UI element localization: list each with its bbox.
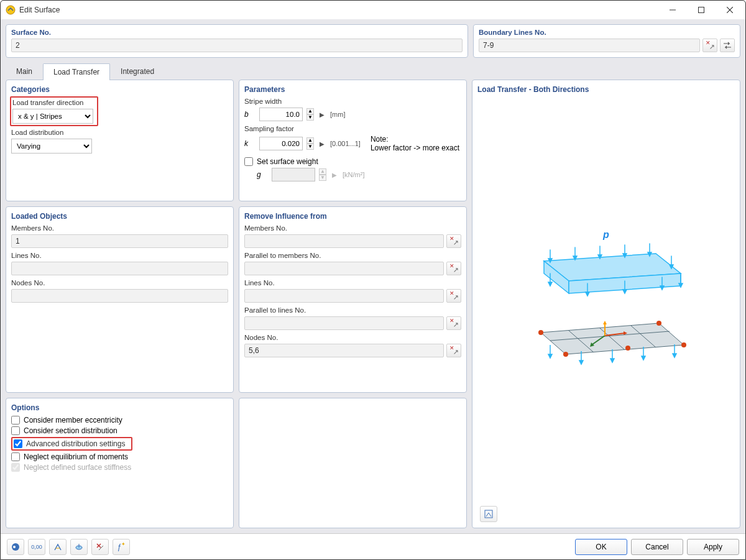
consider-section-distribution-checkbox[interactable] (11, 426, 20, 435)
load-transfer-diagram: p (519, 227, 693, 376)
svg-point-59 (13, 546, 16, 548)
svg-point-45 (563, 352, 568, 357)
stripe-width-play-icon[interactable]: ▶ (318, 108, 326, 121)
ri-nodes-pick-icon[interactable] (446, 344, 461, 357)
tool-icon-1[interactable] (49, 539, 67, 555)
ri-members-input[interactable] (244, 234, 444, 248)
ri-members-label: Members No. (244, 224, 461, 232)
svg-point-44 (681, 342, 686, 347)
preview-canvas[interactable]: p (477, 98, 735, 505)
svg-marker-50 (579, 360, 583, 364)
consider-section-distribution-label: Consider section distribution (24, 426, 117, 435)
svg-point-46 (625, 346, 630, 351)
ri-parallel-members-pick-icon[interactable] (446, 262, 461, 275)
ri-members-pick-icon[interactable] (446, 234, 461, 248)
set-surface-weight-checkbox[interactable] (244, 157, 253, 166)
loaded-nodes-input[interactable] (11, 289, 228, 303)
note-text: Lower factor -> more exact (371, 144, 459, 152)
ri-nodes-input[interactable] (244, 344, 444, 357)
ri-parallel-members-input[interactable] (244, 262, 444, 275)
loaded-members-label: Members No. (11, 224, 228, 232)
ri-parallel-lines-label: Parallel to lines No. (244, 306, 461, 314)
loaded-lines-input[interactable] (11, 262, 228, 275)
advanced-distribution-label: Advanced distribution settings (26, 439, 125, 448)
ri-lines-label: Lines No. (244, 279, 461, 287)
loaded-members-input[interactable] (11, 234, 228, 248)
close-button[interactable] (716, 1, 744, 19)
tab-load-transfer[interactable]: Load Transfer (43, 63, 110, 80)
stripe-width-unit: [mm] (330, 111, 345, 118)
advanced-distribution-checkbox[interactable] (14, 439, 22, 448)
boundary-lines-box: Boundary Lines No. (473, 24, 740, 58)
cancel-button[interactable]: Cancel (631, 539, 683, 555)
svg-rect-57 (485, 510, 492, 518)
options-panel: Options Consider member eccentricity Con… (6, 398, 234, 528)
stripe-width-input[interactable] (259, 108, 303, 121)
minimize-button[interactable] (658, 1, 687, 19)
distribution-label: Load distribution (11, 129, 228, 136)
sampling-factor-play-icon[interactable]: ▶ (318, 137, 326, 150)
direction-label: Load transfer direction (12, 99, 96, 106)
neglect-stiffness-label: Neglect defined surface stiffness (24, 463, 131, 472)
dialog-footer: 0,00 ƒ✦ OK Cancel Apply (1, 533, 745, 559)
categories-title: Categories (11, 85, 228, 94)
tool-icon-3[interactable] (91, 539, 109, 555)
remove-influence-title: Remove Influence from (244, 212, 461, 221)
ri-lines-pick-icon[interactable] (446, 289, 461, 303)
boundary-lines-pick-icon[interactable] (702, 39, 717, 52)
svg-marker-52 (610, 359, 614, 362)
empty-panel (239, 398, 467, 528)
surface-no-box: Surface No. (6, 24, 468, 58)
ri-nodes-label: Nodes No. (244, 334, 461, 341)
distribution-select[interactable]: Varying (11, 139, 92, 154)
sampling-factor-var: k (244, 139, 256, 148)
sampling-factor-range: [0.001...1] (330, 140, 361, 147)
sampling-factor-input[interactable] (259, 137, 303, 150)
boundary-lines-reverse-icon[interactable] (720, 39, 735, 52)
surface-no-input[interactable] (11, 39, 463, 52)
svg-marker-54 (642, 356, 645, 360)
ri-parallel-members-label: Parallel to members No. (244, 252, 461, 259)
consider-member-eccentricity-checkbox[interactable] (11, 416, 20, 425)
ri-parallel-lines-pick-icon[interactable] (446, 316, 461, 330)
units-icon[interactable]: 0,00 (28, 539, 45, 555)
apply-button[interactable]: Apply (687, 539, 739, 555)
surface-weight-spinner: ▲▼ (319, 168, 326, 181)
tab-integrated[interactable]: Integrated (110, 63, 165, 80)
remove-influence-panel: Remove Influence from Members No. Parall… (239, 206, 467, 393)
tab-main[interactable]: Main (6, 63, 43, 80)
preview-settings-icon[interactable] (480, 506, 497, 522)
svg-marker-30 (679, 283, 683, 287)
sampling-factor-spinner[interactable]: ▲▼ (306, 137, 314, 150)
svg-marker-24 (586, 292, 589, 296)
loaded-objects-title: Loaded Objects (11, 212, 228, 221)
ri-lines-input[interactable] (244, 289, 444, 303)
ri-parallel-lines-input[interactable] (244, 316, 444, 330)
neglect-stiffness-checkbox (11, 463, 20, 472)
main-body: Categories Load transfer direction x & y… (1, 80, 745, 533)
direction-select[interactable]: x & y | Stripes (12, 109, 93, 124)
window-title: Edit Surface (19, 6, 658, 14)
neglect-equilibrium-checkbox[interactable] (11, 452, 20, 461)
tab-bar: Main Load Transfer Integrated (1, 63, 745, 80)
stripe-width-spinner[interactable]: ▲▼ (306, 108, 314, 121)
help-icon[interactable] (7, 539, 24, 555)
svg-point-0 (6, 6, 15, 14)
svg-rect-2 (699, 7, 704, 13)
svg-marker-22 (548, 282, 552, 286)
set-surface-weight-label: Set surface weight (257, 157, 318, 166)
surface-no-label: Surface No. (11, 29, 463, 36)
tool-icon-4[interactable]: ƒ✦ (113, 539, 130, 555)
tool-icon-2[interactable] (70, 539, 88, 555)
svg-text:p: p (602, 229, 609, 240)
loaded-lines-label: Lines No. (11, 252, 228, 259)
maximize-button[interactable] (687, 1, 716, 19)
svg-marker-41 (603, 321, 607, 324)
sampling-factor-label: Sampling factor (244, 125, 461, 132)
boundary-lines-input[interactable] (479, 39, 700, 52)
ok-button[interactable]: OK (575, 539, 627, 555)
preview-title: Load Transfer - Both Directions (477, 85, 735, 94)
svg-marker-26 (623, 290, 627, 293)
options-title: Options (11, 403, 228, 412)
categories-panel: Categories Load transfer direction x & y… (6, 80, 234, 201)
